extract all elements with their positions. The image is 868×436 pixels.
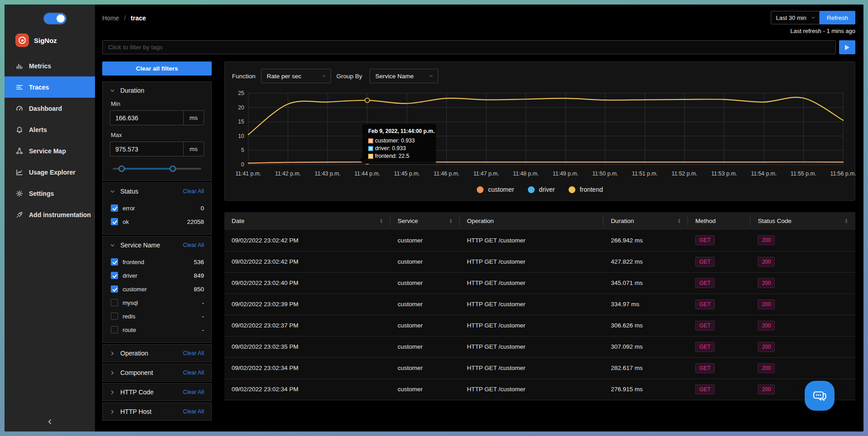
table-row[interactable]: 09/02/2022 23:02:42 PMcustomerHTTP GET /… xyxy=(224,230,855,251)
cell-date: 09/02/2022 23:02:35 PM xyxy=(224,336,390,357)
theme-toggle[interactable] xyxy=(44,14,66,24)
clear-section-link[interactable]: Clear All xyxy=(183,389,204,395)
svg-text:11:53 p.m.: 11:53 p.m. xyxy=(711,171,737,177)
sidebar-item-alerts[interactable]: Alerts xyxy=(5,119,95,140)
checkbox[interactable] xyxy=(111,258,118,265)
cell-service: customer xyxy=(390,230,460,251)
clear-section-link[interactable]: Clear All xyxy=(183,408,204,415)
chevron-down-icon[interactable] xyxy=(110,189,115,194)
legend-item-frontend[interactable]: frontend xyxy=(569,186,603,193)
duration-range-slider[interactable] xyxy=(113,166,201,172)
cell-service: customer xyxy=(390,357,460,379)
tag-filter-input[interactable] xyxy=(102,40,836,54)
time-range-select[interactable]: Last 30 min xyxy=(771,11,820,24)
sidebar-item-add-instrumentation[interactable]: Add instrumentation xyxy=(5,204,95,225)
cell-duration: 427.822 ms xyxy=(603,251,688,272)
clear-section-link[interactable]: Clear All xyxy=(183,242,204,248)
filter-section-title: Operation xyxy=(120,350,183,357)
sidebar-item-settings[interactable]: Settings xyxy=(5,183,95,204)
checkbox[interactable] xyxy=(111,285,118,293)
checkbox[interactable] xyxy=(111,299,118,306)
svg-text:11:52 p.m.: 11:52 p.m. xyxy=(672,171,697,177)
filter-item-error: error0 xyxy=(111,201,204,215)
filter-item-label: error xyxy=(123,205,200,212)
clear-all-filters-button[interactable]: Clear all filters xyxy=(102,62,212,76)
slider-handle-max[interactable] xyxy=(170,166,176,172)
column-header-service[interactable]: Service▲▼ xyxy=(390,212,460,230)
checkbox[interactable] xyxy=(111,204,118,212)
cell-operation: HTTP GET /customer xyxy=(460,272,603,294)
clear-section-link[interactable]: Clear All xyxy=(183,188,204,194)
column-header-duration[interactable]: Duration▲▼ xyxy=(603,212,688,230)
sidebar-item-service-map[interactable]: Service Map xyxy=(5,140,95,161)
sidebar-item-usage-explorer[interactable]: Usage Explorer xyxy=(5,161,95,183)
checkbox[interactable] xyxy=(111,272,118,279)
table-row[interactable]: 09/02/2022 23:02:35 PMcustomerHTTP GET /… xyxy=(224,336,855,357)
traces-chart-svg[interactable]: 051015202511:41 p.m.11:42 p.m.11:43 p.m.… xyxy=(232,90,848,182)
sidebar-item-traces[interactable]: Traces xyxy=(5,76,95,98)
duration-min-input[interactable] xyxy=(110,110,184,125)
column-header-date[interactable]: Date▲▼ xyxy=(224,212,390,230)
refresh-button[interactable]: Refresh xyxy=(820,11,855,24)
table-row[interactable]: 09/02/2022 23:02:42 PMcustomerHTTP GET /… xyxy=(224,251,855,272)
table-row[interactable]: 09/02/2022 23:02:40 PMcustomerHTTP GET /… xyxy=(224,272,855,294)
svg-text:10: 10 xyxy=(238,133,244,139)
checkbox[interactable] xyxy=(111,326,118,333)
svg-text:20: 20 xyxy=(238,104,244,111)
table-row[interactable]: 09/02/2022 23:02:39 PMcustomerHTTP GET /… xyxy=(224,294,855,315)
sidebar-item-dashboard[interactable]: Dashboard xyxy=(5,98,95,119)
sort-icon[interactable]: ▲▼ xyxy=(449,218,452,224)
run-filter-button[interactable] xyxy=(839,40,855,54)
support-chat-button[interactable] xyxy=(805,381,835,411)
main-content: Home / trace Last 30 min Refresh Last re… xyxy=(95,5,863,431)
chevron-right-icon[interactable] xyxy=(110,370,115,375)
checkbox[interactable] xyxy=(111,218,118,225)
filter-section-component: ComponentClear All xyxy=(102,364,212,382)
method-tag: GET xyxy=(695,384,715,394)
sidebar-item-metrics[interactable]: Metrics xyxy=(5,55,95,76)
chevron-right-icon[interactable] xyxy=(110,390,115,395)
duration-max-label: Max xyxy=(111,132,204,138)
filter-section-header: HTTP CodeClear All xyxy=(110,389,204,396)
app-window: SigNoz MetricsTracesDashboardAlertsServi… xyxy=(5,5,863,431)
column-header-status-code[interactable]: Status Code▲▼ xyxy=(750,212,855,230)
table-row[interactable]: 09/02/2022 23:02:37 PMcustomerHTTP GET /… xyxy=(224,315,855,336)
group-by-select[interactable]: Service Name xyxy=(370,69,438,83)
column-label: Method xyxy=(695,218,716,224)
sidebar-collapse-button[interactable] xyxy=(5,412,95,431)
bell-icon xyxy=(16,126,23,133)
legend-item-customer[interactable]: customer xyxy=(477,186,514,193)
breadcrumb-home[interactable]: Home xyxy=(102,14,119,22)
slider-handle-min[interactable] xyxy=(119,166,125,172)
filter-item-count: 536 xyxy=(194,259,204,265)
checkbox[interactable] xyxy=(111,313,118,320)
brand[interactable]: SigNoz xyxy=(5,25,95,52)
chevron-down-icon[interactable] xyxy=(110,243,115,248)
clear-section-link[interactable]: Clear All xyxy=(183,350,204,356)
sidebar-item-label: Dashboard xyxy=(29,105,62,112)
filter-section-http-code: HTTP CodeClear All xyxy=(102,383,212,401)
function-select[interactable]: Rate per sec xyxy=(261,69,331,83)
topbar: Home / trace Last 30 min Refresh Last re… xyxy=(102,11,855,34)
method-tag: GET xyxy=(695,257,715,267)
chevron-right-icon[interactable] xyxy=(110,409,115,414)
chevron-right-icon[interactable] xyxy=(110,351,115,356)
table-row[interactable]: 09/02/2022 23:02:34 PMcustomerHTTP GET /… xyxy=(224,379,855,400)
filter-item-label: customer xyxy=(123,286,194,293)
chevron-down-icon[interactable] xyxy=(110,88,115,93)
legend-dot-icon xyxy=(528,186,535,193)
status-code-tag: 200 xyxy=(758,278,775,288)
cell-operation: HTTP GET /customer xyxy=(460,336,603,357)
sort-icon[interactable]: ▲▼ xyxy=(379,218,383,224)
legend-item-driver[interactable]: driver xyxy=(528,186,555,193)
table-row[interactable]: 09/02/2022 23:02:34 PMcustomerHTTP GET /… xyxy=(224,357,855,379)
method-tag: GET xyxy=(695,342,715,352)
sort-icon[interactable]: ▲▼ xyxy=(677,218,681,224)
cell-operation: HTTP GET /customer xyxy=(460,230,603,251)
chat-bubbles-icon xyxy=(811,388,828,404)
clear-section-link[interactable]: Clear All xyxy=(183,370,204,376)
tag-filter-bar xyxy=(102,40,855,54)
traces-table: Date▲▼Service▲▼OperationDuration▲▼Method… xyxy=(224,212,855,400)
duration-max-input[interactable] xyxy=(110,142,184,156)
sort-icon[interactable]: ▲▼ xyxy=(844,218,848,224)
